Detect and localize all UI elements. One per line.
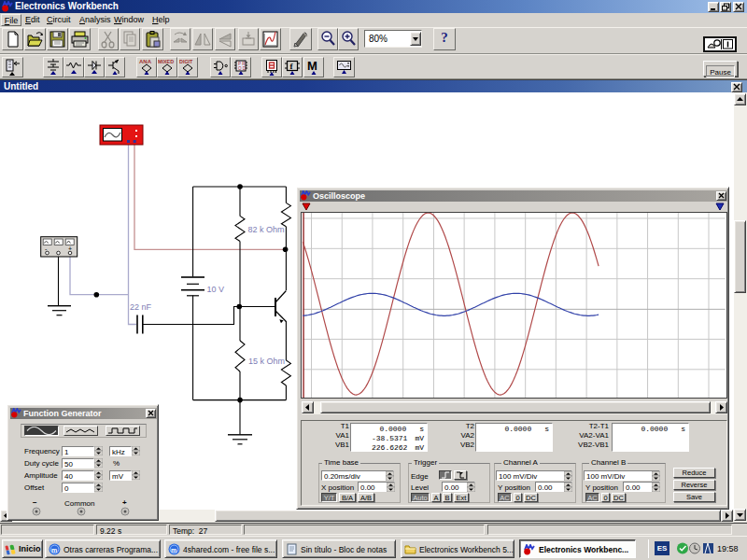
svg-text:m: m bbox=[51, 547, 57, 553]
svg-text:DIGIT: DIGIT bbox=[179, 59, 193, 64]
svg-text:f: f bbox=[290, 62, 294, 71]
svg-text:O D: O D bbox=[238, 66, 247, 71]
svg-text:ANA: ANA bbox=[139, 59, 152, 64]
svg-text:M: M bbox=[307, 59, 317, 73]
svg-text:10 V: 10 V bbox=[207, 285, 225, 294]
svg-text:82 k Ohm: 82 k Ohm bbox=[248, 225, 285, 234]
svg-text:MIXED: MIXED bbox=[158, 59, 174, 64]
svg-text:15 k Ohm: 15 k Ohm bbox=[248, 357, 285, 366]
svg-text:22 nF: 22 nF bbox=[130, 302, 152, 312]
svg-text:m: m bbox=[171, 547, 176, 553]
